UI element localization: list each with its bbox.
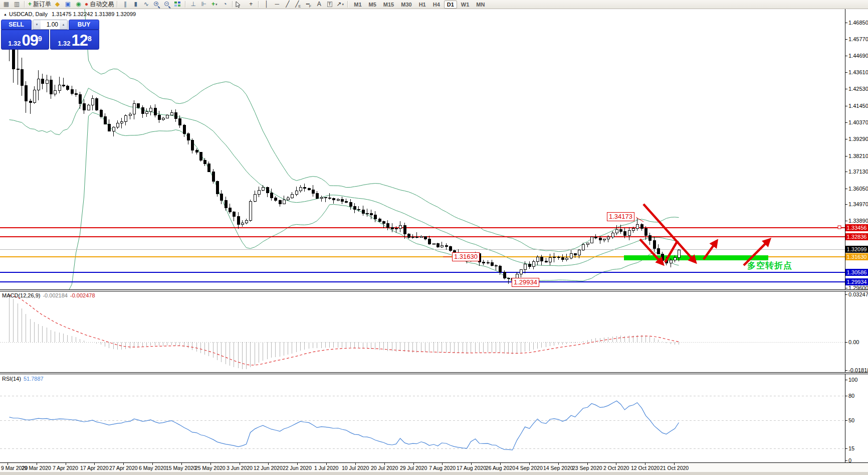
price-badge-1.30586: 1.30586 xyxy=(845,269,868,276)
timeframe-m15[interactable]: M15 xyxy=(380,1,397,9)
time-axis-label: 22 Jun 2020 xyxy=(283,465,312,471)
time-axis-label: 2 Oct 2020 xyxy=(603,465,629,471)
add-indicator-dropdown[interactable]: +▾ xyxy=(209,1,220,9)
new-order-button[interactable]: +新订单 xyxy=(27,1,52,9)
macd-indicator-canvas[interactable] xyxy=(0,291,845,372)
indicators-icon-glyph: ⊥ xyxy=(191,1,196,8)
market-watch-icon[interactable]: ◉ xyxy=(73,1,84,9)
price-axis-label: 1.44690 xyxy=(848,53,868,59)
indicators-icon[interactable]: ⊥ xyxy=(188,1,198,9)
indicator-axis-tickmark xyxy=(845,370,847,371)
price-badge-1.33456: 1.33456 xyxy=(845,224,868,231)
arrows-dropdown[interactable]: ↗▾ xyxy=(335,1,345,9)
timeframe-d1[interactable]: D1 xyxy=(444,1,457,9)
sell-price-display[interactable]: 1.32 09 9 xyxy=(1,30,49,50)
price-axis-tickmark xyxy=(845,156,847,156)
time-axis: 9 Mar 202029 Mar 20207 Apr 202017 Apr 20… xyxy=(0,462,868,472)
toolbar-separator xyxy=(117,1,118,8)
time-axis-label: 7 Apr 2020 xyxy=(53,465,78,471)
time-axis-label: 12 Jun 2020 xyxy=(254,465,283,471)
one-click-trading-panel: SELL ▼ ▲ BUY 1.32 09 9 1.32 12 8 xyxy=(1,20,99,50)
high-price-callout[interactable]: 1.34173 xyxy=(607,212,634,221)
periods-clock-icon[interactable]: ◔ xyxy=(220,1,230,9)
toolbar-separator xyxy=(185,1,186,8)
indicator-axis-label: 50 xyxy=(848,417,854,423)
market-watch-icon-glyph: ◉ xyxy=(76,1,81,8)
time-axis-label: 23 Sep 2020 xyxy=(572,465,602,471)
time-axis-label: 14 Sep 2020 xyxy=(543,465,573,471)
metaeditor-icon[interactable]: ◆ xyxy=(52,1,63,9)
zoom-out-icon[interactable]: − xyxy=(162,1,172,9)
buy-price-display[interactable]: 1.32 12 8 xyxy=(50,30,99,50)
volume-decrease-button[interactable]: ▼ xyxy=(33,20,41,29)
candlestick-mode-icon[interactable]: ▮ xyxy=(130,1,141,9)
indicator-axis-label: 0.00 xyxy=(848,339,859,345)
price-axis-tickmark xyxy=(845,89,847,89)
fibonacci-tool[interactable]: ┅F xyxy=(303,1,314,9)
timeframe-m1[interactable]: M1 xyxy=(351,1,364,9)
price-axis-tickmark xyxy=(845,56,847,56)
buy-price-pipette: 8 xyxy=(88,31,92,46)
terminal-icon[interactable]: ▣ xyxy=(63,1,73,9)
terminal-icon-glyph: ▣ xyxy=(65,1,71,8)
indicator-axis-label: 15 xyxy=(848,445,854,451)
rsi-indicator-canvas[interactable] xyxy=(0,374,845,462)
time-axis-label: 20 Jul 2020 xyxy=(371,465,398,471)
time-axis-label: 29 Mar 2020 xyxy=(22,465,51,471)
tile-windows-icon[interactable] xyxy=(172,1,183,9)
indicator-axis-tickmark xyxy=(845,448,847,449)
crosshair-tool[interactable]: + xyxy=(246,1,256,9)
price-badge-1.29934: 1.29934 xyxy=(845,278,868,285)
candlestick-mode-icon-glyph: ▮ xyxy=(134,1,137,8)
metatrader-window: ▦▥+新订单◆▣◉●自动交易∥▮∿+−⊥⊩+▾◔+│─╱╱E┅FAT↗▾M1M5… xyxy=(0,0,868,475)
price-axis-label: 1.39290 xyxy=(848,136,868,142)
periods-clock-icon-glyph: ◔ xyxy=(223,1,227,8)
new-chart-icon[interactable]: ▦ xyxy=(1,1,12,9)
macd-panel-separator[interactable] xyxy=(0,289,868,291)
low-price-callout[interactable]: 1.29934 xyxy=(512,278,539,287)
volume-increase-button[interactable]: ▲ xyxy=(60,20,67,29)
support-price-callout[interactable]: 1.31630 xyxy=(452,252,480,261)
price-axis-label: 1.43610 xyxy=(848,69,868,75)
text-label-tool[interactable]: T xyxy=(324,1,335,9)
bar-chart-mode-icon[interactable]: ∥ xyxy=(120,1,130,9)
new-order-button-label: 新订单 xyxy=(33,0,51,9)
vertical-line-tool[interactable]: │ xyxy=(261,1,272,9)
macd-label: MACD(12,26,9)-0.002184-0.002478 xyxy=(2,292,95,298)
indicator-axis-tickmark xyxy=(845,342,847,343)
timeframe-mn[interactable]: MN xyxy=(473,1,488,9)
price-axis-tickmark xyxy=(845,172,847,172)
macd-histogram xyxy=(10,294,679,369)
zoom-in-icon[interactable]: + xyxy=(151,1,162,9)
sell-price-prefix: 1.32 xyxy=(8,40,21,48)
timeframe-m30[interactable]: M30 xyxy=(398,1,414,9)
sell-button[interactable]: SELL xyxy=(1,20,32,30)
time-axis-label: 15 May 2020 xyxy=(166,465,196,471)
trendline-anchor-square[interactable] xyxy=(838,226,841,229)
rsi-panel-separator[interactable] xyxy=(0,372,868,374)
price-chart-canvas[interactable] xyxy=(0,9,845,290)
volume-input[interactable] xyxy=(41,20,60,29)
timeframe-w1[interactable]: W1 xyxy=(458,1,473,9)
collapse-panel-icon[interactable]: ▲ xyxy=(4,13,7,16)
green-support-zone[interactable] xyxy=(624,255,768,260)
main-toolbar: ▦▥+新订单◆▣◉●自动交易∥▮∿+−⊥⊩+▾◔+│─╱╱E┅FAT↗▾M1M5… xyxy=(0,0,868,9)
indicator-window-icon[interactable]: ⊩ xyxy=(198,1,209,9)
horizontal-level-lines[interactable] xyxy=(0,228,845,282)
bollinger-bands xyxy=(10,9,679,290)
text-tool[interactable]: A xyxy=(314,1,324,9)
bull-bear-turning-point-label[interactable]: 多空转折点 xyxy=(747,260,792,271)
timeframe-h1[interactable]: H1 xyxy=(416,1,429,9)
buy-button[interactable]: BUY xyxy=(69,20,99,30)
cursor-tool[interactable] xyxy=(235,1,246,9)
indicator-axis-label: 0.032478 xyxy=(848,291,868,297)
horizontal-line-tool[interactable]: ─ xyxy=(272,1,282,9)
timeframe-m5[interactable]: M5 xyxy=(366,1,379,9)
toolbar-separator xyxy=(258,1,259,8)
chart-profiles-icon[interactable]: ▥ xyxy=(12,1,22,9)
equidistant-channel-tool[interactable]: ╱E xyxy=(293,1,303,9)
timeframe-h4[interactable]: H4 xyxy=(430,1,443,9)
autotrading-button[interactable]: ●自动交易 xyxy=(84,1,115,9)
trendline-tool[interactable]: ╱ xyxy=(282,1,293,9)
line-chart-mode-icon[interactable]: ∿ xyxy=(141,1,151,9)
